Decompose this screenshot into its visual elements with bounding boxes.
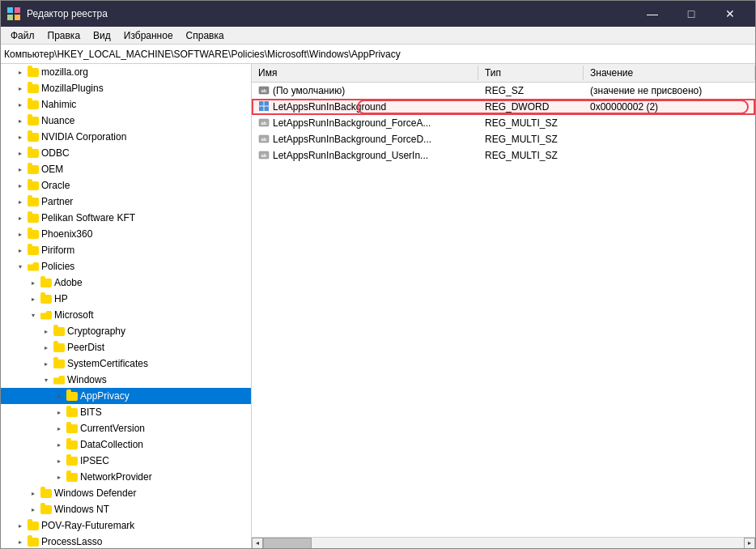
tree-item[interactable]: ▸PeerDist <box>1 339 251 355</box>
tree-item[interactable]: ▾Microsoft <box>1 307 251 323</box>
menu-help[interactable]: Справка <box>180 28 231 43</box>
svg-rect-9 <box>265 106 270 111</box>
tree-item-label: MozillaPlugins <box>41 83 248 94</box>
menu-file[interactable]: Файл <box>4 28 41 43</box>
tree-expand-arrow[interactable]: ▸ <box>14 211 27 224</box>
tree-expand-arrow[interactable]: ▸ <box>53 422 66 435</box>
tree-item[interactable]: ▸DataCollection <box>1 436 251 453</box>
registry-values-panel: Имя Тип Значение ab(По умолчанию)REG_SZ(… <box>252 64 755 548</box>
svg-text:ab: ab <box>261 88 266 93</box>
tree-item[interactable]: ▸OEM <box>1 161 251 177</box>
table-row[interactable]: abLetAppsRunInBackground_ForceD...REG_MU… <box>252 131 755 147</box>
tree-item[interactable]: ▸Partner <box>1 194 251 210</box>
tree-item[interactable]: ▸NetworkProvider <box>1 469 251 485</box>
table-row[interactable]: ab(По умолчанию)REG_SZ(значение не присв… <box>252 83 755 99</box>
menu-favorites[interactable]: Избранное <box>117 28 180 43</box>
menu-view[interactable]: Вид <box>87 28 117 43</box>
tree-expand-arrow[interactable]: ▸ <box>40 325 53 338</box>
tree-item[interactable]: ▸HP <box>1 291 251 307</box>
tree-item[interactable]: ▸Windows NT <box>1 501 251 517</box>
cell-type: REG_MULTI_SZ <box>478 117 584 129</box>
tree-item[interactable]: ▸Phoenix360 <box>1 226 251 242</box>
tree-item[interactable]: ▾Windows <box>1 372 251 388</box>
tree-expand-arrow[interactable]: ▸ <box>14 519 27 532</box>
tree-expand-arrow[interactable]: ▸ <box>14 179 27 192</box>
tree-item[interactable]: ▸BITS <box>1 404 251 420</box>
tree-item[interactable]: ▸Cryptography <box>1 323 251 339</box>
tree-item[interactable]: ▸Pelikan Software KFT <box>1 210 251 226</box>
tree-item-label: IPSEC <box>80 455 248 466</box>
tree-item[interactable]: ▸Nahimic <box>1 96 251 113</box>
tree-expand-arrow[interactable]: ▸ <box>53 454 66 467</box>
tree-item[interactable]: ▸AppPrivacy <box>1 388 251 404</box>
table-row[interactable]: abLetAppsRunInBackground_ForceA...REG_MU… <box>252 115 755 131</box>
tree-item-label: Policies <box>41 261 248 272</box>
tree-expand-arrow[interactable]: ▸ <box>14 130 27 143</box>
tree-item-label: DataCollection <box>80 439 248 450</box>
svg-rect-1 <box>15 7 20 13</box>
tree-expand-arrow[interactable]: ▸ <box>14 228 27 240</box>
tree-expand-arrow[interactable]: ▸ <box>53 470 66 483</box>
tree-item[interactable]: ▸POV-Ray-Futuremark <box>1 517 251 534</box>
tree-expand-arrow[interactable]: ▸ <box>14 66 27 79</box>
registry-tree: ▸mozilla.org▸MozillaPlugins▸Nahimic▸Nuan… <box>1 64 252 548</box>
maximize-button[interactable]: □ <box>673 1 710 27</box>
tree-expand-arrow[interactable]: ▸ <box>40 341 53 354</box>
tree-item[interactable]: ▸ODBC <box>1 145 251 161</box>
tree-expand-arrow[interactable]: ▸ <box>27 276 40 289</box>
window-controls: — □ ✕ <box>634 1 749 27</box>
scroll-left-arrow[interactable]: ◂ <box>252 538 263 549</box>
table-row[interactable]: LetAppsRunInBackgroundREG_DWORD0x0000000… <box>252 99 755 115</box>
tree-item-label: Microsoft <box>54 309 248 321</box>
tree-expand-arrow[interactable]: ▸ <box>53 406 66 419</box>
tree-expand-arrow[interactable]: ▸ <box>27 487 40 500</box>
tree-item-label: Nuance <box>41 115 248 126</box>
scroll-right-arrow[interactable]: ▸ <box>744 538 755 549</box>
tree-expand-arrow[interactable]: ▸ <box>14 244 27 257</box>
tree-expand-arrow[interactable]: ▾ <box>40 373 53 386</box>
tree-item[interactable]: ▸CurrentVersion <box>1 420 251 436</box>
tree-item[interactable]: ▸mozilla.org <box>1 64 251 80</box>
tree-expand-arrow[interactable]: ▾ <box>27 309 40 321</box>
col-header-value: Значение <box>584 66 755 80</box>
scroll-track[interactable] <box>263 538 744 549</box>
tree-expand-arrow[interactable]: ▸ <box>14 98 27 111</box>
tree-expand-arrow[interactable]: ▸ <box>14 535 27 548</box>
tree-expand-arrow[interactable]: ▸ <box>40 357 53 370</box>
tree-expand-arrow[interactable]: ▾ <box>14 260 27 273</box>
tree-expand-arrow[interactable]: ▸ <box>14 114 27 127</box>
tree-expand-arrow[interactable]: ▸ <box>14 147 27 160</box>
menu-edit[interactable]: Правка <box>41 28 87 43</box>
row-icon: ab <box>258 133 270 147</box>
tree-item-label: Windows NT <box>54 504 248 515</box>
cell-type: REG_SZ <box>478 85 584 96</box>
tree-item-label: Adobe <box>54 277 248 288</box>
tree-expand-arrow[interactable]: ▸ <box>14 82 27 95</box>
close-button[interactable]: ✕ <box>711 1 749 27</box>
folder-icon <box>66 438 79 451</box>
tree-item[interactable]: ▸ProcessLasso <box>1 534 251 548</box>
tree-item[interactable]: ▸Windows Defender <box>1 485 251 501</box>
tree-item[interactable]: ▸Oracle <box>1 177 251 194</box>
tree-item[interactable]: ▸NVIDIA Corporation <box>1 129 251 145</box>
tree-expand-arrow[interactable]: ▸ <box>27 503 40 516</box>
folder-icon <box>27 535 40 548</box>
tree-expand-arrow[interactable]: ▸ <box>14 163 27 176</box>
tree-item[interactable]: ▸Adobe <box>1 274 251 291</box>
minimize-button[interactable]: — <box>634 1 671 27</box>
tree-item[interactable]: ▸Nuance <box>1 113 251 129</box>
tree-item[interactable]: ▸Piriform <box>1 242 251 258</box>
scroll-thumb[interactable] <box>263 538 312 549</box>
tree-item[interactable]: ▸SystemCertificates <box>1 355 251 372</box>
tree-item[interactable]: ▸IPSEC <box>1 453 251 469</box>
tree-item-label: OEM <box>41 164 248 175</box>
table-row[interactable]: abLetAppsRunInBackground_UserIn...REG_MU… <box>252 147 755 164</box>
tree-expand-arrow[interactable]: ▸ <box>27 292 40 305</box>
tree-expand-arrow[interactable]: ▸ <box>14 195 27 208</box>
horizontal-scrollbar[interactable]: ◂ ▸ <box>252 537 755 548</box>
address-path: Компьютер\HKEY_LOCAL_MACHINE\SOFTWARE\Po… <box>4 49 401 60</box>
tree-item[interactable]: ▾Policies <box>1 258 251 274</box>
tree-expand-arrow[interactable]: ▸ <box>53 389 66 402</box>
tree-expand-arrow[interactable]: ▸ <box>53 438 66 451</box>
tree-item[interactable]: ▸MozillaPlugins <box>1 80 251 96</box>
